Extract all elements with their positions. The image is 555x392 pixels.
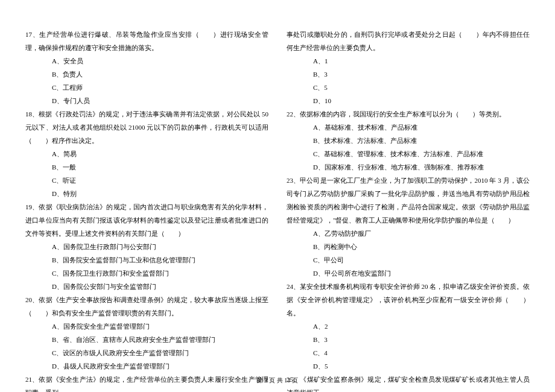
question-24-option-d: D、5 (287, 359, 530, 373)
left-column: 17、生产经营单位进行爆破、吊装等危险作业应当安排（ ）进行现场安全管理，确保操… (25, 28, 268, 392)
question-23-option-c: C、甲公司 (287, 253, 530, 267)
question-22-option-d: D、国家标准、行业标准、地方标准、强制标准、推荐标准 (287, 160, 530, 174)
question-22-option-a: A、基础标准、技术标准、产品标准 (287, 121, 530, 134)
question-23-option-d: D、甲公司所在地安监部门 (287, 267, 530, 280)
question-22-text: 22、依据标准的内容，我国现行的安全生产标准可以分为（ ）等类别。 (287, 107, 530, 121)
question-21-option-c: C、5 (287, 81, 530, 94)
question-21-option-b: B、3 (287, 68, 530, 81)
question-17-option-d: D、专门人员 (25, 94, 268, 107)
question-24-option-a: A、2 (287, 320, 530, 333)
question-24-text: 24、某安全技术服务机构现有专职安全评价师 20 名，拟申请乙级安全评价资质。依… (287, 280, 530, 320)
question-21-cont-text: 事处罚或撤职处分的，自刑罚执行完毕或者受处分之日起（ ）年内不得担任任何生产经营… (287, 28, 530, 54)
question-20-option-c: C、设区的市级人民政府安全生产监督管理部门 (25, 346, 268, 359)
question-18-text: 18、根据《行政处罚法》的规定，对于违法事实确凿并有法定依据，对公民处以 50 … (25, 107, 268, 147)
question-19-option-b: B、国务院安全监督部门与工业和信息化管理部门 (25, 253, 268, 267)
question-24-option-b: B、3 (287, 333, 530, 346)
question-21-option-d: D、10 (287, 94, 530, 107)
right-column: 事处罚或撤职处分的，自刑罚执行完毕或者受处分之日起（ ）年内不得担任任何生产经营… (287, 28, 530, 392)
question-24-option-c: C、4 (287, 346, 530, 359)
question-18-option-d: D、特别 (25, 187, 268, 200)
page-container: 17、生产经营单位进行爆破、吊装等危险作业应当安排（ ）进行现场安全管理，确保操… (0, 0, 555, 392)
question-17-text: 17、生产经营单位进行爆破、吊装等危险作业应当安排（ ）进行现场安全管理，确保操… (25, 28, 268, 54)
question-19-option-a: A、国务院卫生行政部门与公安部门 (25, 240, 268, 253)
question-18-option-b: B、一般 (25, 160, 268, 174)
question-23-option-b: B、丙检测中心 (287, 240, 530, 253)
question-21-option-a: A、1 (287, 54, 530, 68)
question-23-option-a: A、乙劳动防护服厂 (287, 227, 530, 240)
question-20-option-b: B、省、自治区、直辖市人民政府安全生产监督管理部门 (25, 333, 268, 346)
question-20-text: 20、依据《生产安全事故报告和调查处理条例》的规定，较大事故应当逐级上报至（ ）… (25, 293, 268, 320)
question-19-option-d: D、国务院公安部门与安全监管部门 (25, 280, 268, 293)
question-23-text: 23、甲公司是一家化工厂生产企业，为了加强职工的劳动保护，2010 年 3 月，… (287, 174, 530, 227)
question-20-option-a: A、国务院安全生产监督管理部门 (25, 320, 268, 333)
question-18-option-c: C、听证 (25, 174, 268, 187)
question-18-option-a: A、简易 (25, 147, 268, 160)
question-22-option-b: B、技术标准、方法标准、产品标准 (287, 134, 530, 147)
question-17-option-a: A、安全员 (25, 54, 268, 68)
question-20-option-d: D、县级人民政府安全生产监督管理部门 (25, 359, 268, 373)
question-22-option-c: C、基础标准、管理标准、技术标准、方法标准、产品标准 (287, 147, 530, 160)
question-19-option-c: C、国务院卫生行政部门和安全监督部门 (25, 267, 268, 280)
question-17-option-c: C、工程师 (25, 81, 268, 94)
question-17-option-b: B、负责人 (25, 68, 268, 81)
question-19-text: 19、依据《职业病防治法》的规定，国内首次进口与职业病危害有关的化学材料，进口单… (25, 200, 268, 240)
page-footer: 第 3 页 共 13 页 (0, 376, 555, 385)
